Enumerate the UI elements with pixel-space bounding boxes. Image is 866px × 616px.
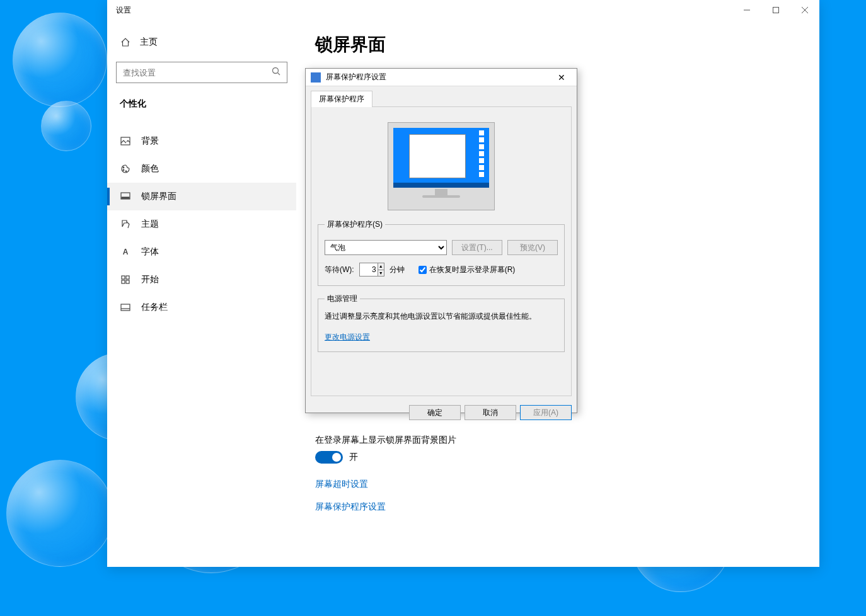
- cancel-button[interactable]: 取消: [465, 405, 516, 420]
- resume-checkbox-label: 在恢复时显示登录屏幕(R): [429, 265, 516, 275]
- resume-checkbox-row[interactable]: 在恢复时显示登录屏幕(R): [419, 265, 516, 275]
- taskbar-icon: [120, 302, 131, 313]
- svg-point-4: [273, 68, 279, 74]
- dialog-icon: [311, 72, 321, 83]
- bubble-decor: [41, 101, 91, 151]
- sidebar-item-taskbar[interactable]: 任务栏: [107, 294, 296, 321]
- sidebar-home[interactable]: 主页: [107, 31, 296, 53]
- sidebar-item-colors[interactable]: 颜色: [107, 155, 296, 183]
- spinner-down-icon[interactable]: ▼: [378, 270, 384, 277]
- svg-rect-16: [121, 304, 130, 311]
- tab-panel: 屏幕保护程序(S) 气泡 设置(T)... 预览(V) 等待(W): ▲▼ 分钟…: [311, 106, 572, 396]
- theme-icon: [120, 219, 131, 230]
- sidebar-item-lockscreen[interactable]: 锁屏界面: [107, 183, 296, 210]
- settings-button[interactable]: 设置(T)...: [452, 240, 502, 255]
- resume-checkbox[interactable]: [419, 266, 427, 274]
- power-group: 电源管理 通过调整显示亮度和其他电源设置以节省能源或提供最佳性能。 更改电源设置: [318, 294, 565, 352]
- tab-screensaver[interactable]: 屏幕保护程序: [311, 91, 372, 107]
- link-screensaver[interactable]: 屏幕保护程序设置: [315, 501, 800, 513]
- power-link[interactable]: 更改电源设置: [325, 333, 370, 341]
- lockbg-toggle[interactable]: [315, 451, 343, 464]
- wait-label: 等待(W):: [325, 265, 354, 275]
- power-group-label: 电源管理: [325, 294, 360, 304]
- bubble-decor: [6, 460, 113, 567]
- search-input[interactable]: [123, 68, 272, 77]
- svg-rect-1: [773, 8, 779, 13]
- sidebar-item-label: 锁屏界面: [141, 191, 176, 202]
- sidebar-item-start[interactable]: 开始: [107, 266, 296, 294]
- home-label: 主页: [140, 37, 158, 48]
- palette-icon: [120, 163, 131, 174]
- sidebar-item-label: 主题: [141, 219, 159, 230]
- svg-rect-13: [126, 276, 129, 279]
- screensaver-dropdown[interactable]: 气泡: [325, 240, 447, 255]
- wait-unit: 分钟: [390, 265, 405, 275]
- preview-button[interactable]: 预览(V): [507, 240, 558, 255]
- svg-rect-15: [126, 280, 129, 283]
- sidebar-item-label: 任务栏: [141, 302, 168, 313]
- sidebar-item-fonts[interactable]: A 字体: [107, 238, 296, 266]
- svg-point-9: [125, 171, 127, 172]
- screensaver-group-label: 屏幕保护程序(S): [325, 219, 385, 230]
- maximize-button[interactable]: [761, 0, 790, 20]
- titlebar: 设置: [107, 0, 819, 20]
- svg-line-5: [278, 73, 280, 76]
- lockscreen-icon: [120, 191, 131, 202]
- sidebar-item-label: 字体: [141, 246, 159, 258]
- dialog-titlebar: 屏幕保护程序设置 ✕: [306, 69, 577, 86]
- bubble-decor: [13, 13, 107, 107]
- sidebar: 主页 个性化 背景 颜色 锁屏界面: [107, 20, 296, 567]
- page-title: 锁屏界面: [315, 33, 800, 57]
- screensaver-group: 屏幕保护程序(S) 气泡 设置(T)... 预览(V) 等待(W): ▲▼ 分钟…: [318, 219, 565, 286]
- apply-button[interactable]: 应用(A): [520, 405, 572, 420]
- link-timeout[interactable]: 屏幕超时设置: [315, 479, 800, 490]
- close-button[interactable]: [790, 0, 819, 20]
- wait-spinner[interactable]: ▲▼: [359, 263, 384, 277]
- spinner-up-icon[interactable]: ▲: [378, 263, 384, 270]
- svg-rect-12: [122, 276, 125, 279]
- dialog-close-button[interactable]: ✕: [551, 72, 572, 83]
- picture-icon: [120, 135, 131, 147]
- font-icon: A: [120, 246, 131, 258]
- toggle-state-label: 开: [349, 452, 358, 463]
- monitor-preview: [388, 122, 495, 210]
- ok-button[interactable]: 确定: [409, 405, 461, 420]
- power-description: 通过调整显示亮度和其他电源设置以节省能源或提供最佳性能。: [325, 311, 558, 322]
- lockbg-label: 在登录屏幕上显示锁屏界面背景图片: [315, 435, 800, 446]
- search-box[interactable]: [116, 62, 287, 83]
- start-icon: [120, 274, 131, 285]
- svg-point-8: [123, 169, 124, 171]
- screensaver-dialog: 屏幕保护程序设置 ✕ 屏幕保护程序 屏幕保护程序(S) 气泡 设置(T)... …: [305, 68, 577, 413]
- sidebar-item-background[interactable]: 背景: [107, 127, 296, 155]
- sidebar-item-label: 颜色: [141, 163, 159, 174]
- window-title: 设置: [116, 5, 131, 16]
- wait-input[interactable]: [360, 263, 378, 276]
- sidebar-item-label: 背景: [141, 135, 159, 147]
- dialog-title: 屏幕保护程序设置: [326, 72, 386, 83]
- sidebar-section: 个性化: [107, 94, 296, 115]
- minimize-button[interactable]: [732, 0, 761, 20]
- search-icon: [272, 67, 280, 78]
- sidebar-item-themes[interactable]: 主题: [107, 210, 296, 238]
- svg-point-7: [123, 167, 124, 168]
- svg-rect-14: [122, 280, 125, 283]
- svg-rect-11: [122, 197, 129, 198]
- home-icon: [120, 37, 131, 48]
- sidebar-item-label: 开始: [141, 274, 159, 285]
